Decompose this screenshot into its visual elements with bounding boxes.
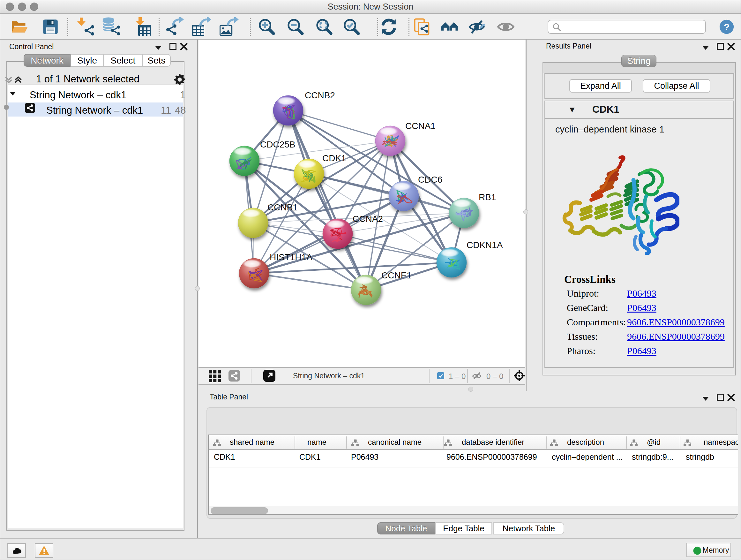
svg-text:RB1: RB1 — [479, 192, 496, 202]
svg-text:CCNB2: CCNB2 — [305, 90, 335, 100]
svg-text:CDC25B: CDC25B — [260, 139, 295, 149]
svg-text:CCNA1: CCNA1 — [405, 121, 435, 131]
svg-text:CCNE1: CCNE1 — [381, 270, 412, 280]
svg-text:CDC6: CDC6 — [418, 175, 442, 185]
svg-text:CDK1: CDK1 — [322, 153, 346, 163]
svg-text:CCNB1: CCNB1 — [267, 202, 298, 212]
svg-text:HIST1H1A: HIST1H1A — [270, 252, 313, 262]
svg-text:CDKN1A: CDKN1A — [467, 240, 503, 250]
svg-text:CCNA2: CCNA2 — [353, 214, 383, 224]
svg-text:?: ? — [724, 22, 730, 32]
